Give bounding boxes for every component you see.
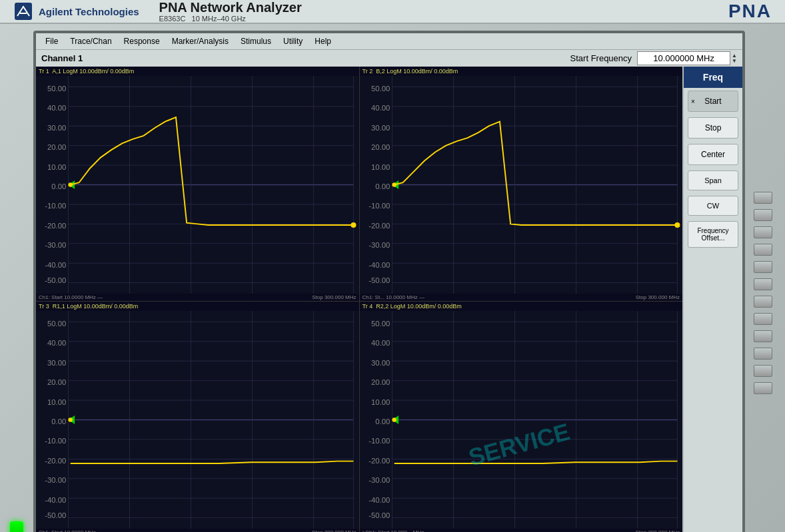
hw-btn-3[interactable] <box>754 226 772 238</box>
svg-text:50.00: 50.00 <box>371 85 389 93</box>
svg-text:-30.00: -30.00 <box>45 241 66 249</box>
chart-1-footer: Ch1: Start 10.0000 MHz — Stop 300.000 MH… <box>36 294 359 301</box>
svg-text:-20.00: -20.00 <box>45 222 66 230</box>
chart-4-footer: >Ch1: Start 10.000... MHz — Stop 300.000… <box>360 529 683 532</box>
chart-1-svg: 50.00 40.00 30.00 20.00 10.00 0.00 -10.0… <box>36 76 359 294</box>
agilent-logo-icon <box>13 1 33 21</box>
svg-text:20.00: 20.00 <box>371 378 389 386</box>
chart-2-body: 50.00 40.00 30.00 20.00 10.00 0.00 -10.0… <box>360 76 683 294</box>
chart-panel-2: Tr 2 B,2 LogM 10.00dBm/ 0.00dBm <box>360 67 683 301</box>
chart-panel-3: Tr 3 R1,1 LogM 10.00dBm/ 0.00dBm <box>36 302 359 532</box>
svg-text:20.00: 20.00 <box>47 143 66 151</box>
svg-point-32 <box>351 222 356 228</box>
freq-arrows[interactable]: ▲ ▼ <box>732 53 737 64</box>
svg-text:0.00: 0.00 <box>375 182 390 190</box>
chart-2-footer: Ch1: St... 10.0000 MHz — Stop 300.000 MH… <box>360 294 683 301</box>
freq-span-button[interactable]: Span <box>688 170 738 190</box>
charts-area: Tr 1 A,1 LogM 10.00dBm/ 0.00dBm <box>36 67 742 532</box>
chart-4-svg: 50.00 40.00 30.00 20.00 10.00 0.00 -10.0… <box>360 311 683 529</box>
main-area: File Trace/Chan Response Marker/Analysis… <box>0 24 785 532</box>
menu-bar: File Trace/Chan Response Marker/Analysis… <box>36 33 742 49</box>
svg-text:-40.00: -40.00 <box>45 261 66 269</box>
chart-panel-4: Tr 4 R2,2 LogM 10.00dBm/ 0.00dBm <box>360 302 683 532</box>
svg-text:-50.00: -50.00 <box>369 276 390 284</box>
svg-text:50.00: 50.00 <box>371 320 389 328</box>
hw-btn-4[interactable] <box>754 244 772 256</box>
pna-badge: PNA <box>728 1 772 22</box>
menu-file[interactable]: File <box>40 35 63 47</box>
svg-text:40.00: 40.00 <box>47 104 66 112</box>
instrument-title: PNA Network Analyzer <box>159 0 302 15</box>
svg-text:-50.00: -50.00 <box>45 511 66 519</box>
hw-btn-12[interactable] <box>754 382 772 394</box>
hw-btn-9[interactable] <box>754 330 772 342</box>
menu-stimulus[interactable]: Stimulus <box>235 35 277 47</box>
freq-panel-title: Freq <box>684 67 742 88</box>
svg-text:30.00: 30.00 <box>371 359 389 367</box>
chart-3-svg: 50.00 40.00 30.00 20.00 10.00 0.00 -10.0… <box>36 311 359 529</box>
svg-text:10.00: 10.00 <box>371 163 389 171</box>
hw-btn-8[interactable] <box>754 313 772 325</box>
freq-label: Start Frequency <box>570 53 632 63</box>
instrument-subtitle: E8363C 10 MHz–40 GHz <box>159 15 302 23</box>
menu-help[interactable]: Help <box>309 35 337 47</box>
freq-panel: Freq × Start Stop Center Span CW Frequen… <box>682 67 742 532</box>
hw-btn-5[interactable] <box>754 261 772 273</box>
active-marker: × <box>691 98 695 105</box>
chart-2-title: Tr 2 B,2 LogM 10.00dBm/ 0.00dBm <box>360 67 683 76</box>
hw-btn-6[interactable] <box>754 278 772 290</box>
svg-text:-10.00: -10.00 <box>45 202 66 210</box>
hw-btn-10[interactable] <box>754 348 772 360</box>
instrument-body: Agilent Technologies PNA Network Analyze… <box>0 0 785 532</box>
brand-name: Agilent Technologies <box>39 6 139 17</box>
menu-trace-chan[interactable]: Trace/Chan <box>65 35 117 47</box>
freq-down-arrow[interactable]: ▼ <box>732 59 737 64</box>
chart-3-footer: Ch1: Start 10.0000 MHz — Stop 300.000 MH… <box>36 529 359 532</box>
hw-btn-1[interactable] <box>754 192 772 204</box>
svg-text:30.00: 30.00 <box>47 124 66 132</box>
top-header: Agilent Technologies PNA Network Analyze… <box>0 0 785 24</box>
menu-response[interactable]: Response <box>119 35 165 47</box>
svg-text:-10.00: -10.00 <box>369 202 390 210</box>
svg-text:-30.00: -30.00 <box>369 476 390 484</box>
svg-text:20.00: 20.00 <box>47 378 66 386</box>
menu-marker-analysis[interactable]: Marker/Analysis <box>167 35 234 47</box>
channel-bar: Channel 1 Start Frequency 10.000000 MHz … <box>36 49 742 67</box>
svg-text:40.00: 40.00 <box>371 104 389 112</box>
channel-label: Channel 1 <box>41 53 108 63</box>
svg-text:-50.00: -50.00 <box>45 276 66 284</box>
left-side <box>7 31 27 532</box>
menu-utility[interactable]: Utility <box>278 35 308 47</box>
hw-buttons-col <box>752 31 775 532</box>
freq-start-button[interactable]: × Start <box>688 91 738 112</box>
power-indicator <box>10 521 23 532</box>
svg-rect-0 <box>15 3 32 20</box>
instrument-title-block: PNA Network Analyzer E8363C 10 MHz–40 GH… <box>159 0 302 23</box>
svg-text:0.00: 0.00 <box>51 182 66 190</box>
svg-text:-40.00: -40.00 <box>369 261 390 269</box>
freq-center-button[interactable]: Center <box>688 144 738 165</box>
freq-cw-button[interactable]: CW <box>688 196 738 216</box>
svg-text:10.00: 10.00 <box>47 398 66 406</box>
hw-btn-2[interactable] <box>754 209 772 221</box>
hw-btn-7[interactable] <box>754 296 772 308</box>
svg-text:50.00: 50.00 <box>47 85 66 93</box>
screen-container: File Trace/Chan Response Marker/Analysis… <box>33 31 745 532</box>
chart-4-title: Tr 4 R2,2 LogM 10.00dBm/ 0.00dBm <box>360 302 683 311</box>
svg-text:-30.00: -30.00 <box>45 476 66 484</box>
chart-panel-1: Tr 1 A,1 LogM 10.00dBm/ 0.00dBm <box>36 67 359 301</box>
svg-text:30.00: 30.00 <box>371 124 389 132</box>
chart-1-title: Tr 1 A,1 LogM 10.00dBm/ 0.00dBm <box>36 67 359 76</box>
freq-stop-button[interactable]: Stop <box>688 117 738 138</box>
chart-3-body: 50.00 40.00 30.00 20.00 10.00 0.00 -10.0… <box>36 311 359 529</box>
chart-2-svg: 50.00 40.00 30.00 20.00 10.00 0.00 -10.0… <box>360 76 683 294</box>
svg-text:20.00: 20.00 <box>371 143 389 151</box>
svg-text:-40.00: -40.00 <box>45 496 66 504</box>
agilent-logo: Agilent Technologies <box>13 1 139 21</box>
svg-text:-30.00: -30.00 <box>369 241 390 249</box>
svg-text:-20.00: -20.00 <box>369 222 390 230</box>
freq-value-display[interactable]: 10.000000 MHz <box>637 51 730 65</box>
charts-grid: Tr 1 A,1 LogM 10.00dBm/ 0.00dBm <box>36 67 682 532</box>
freq-offset-button[interactable]: FrequencyOffset... <box>688 221 738 248</box>
hw-btn-11[interactable] <box>754 365 772 377</box>
